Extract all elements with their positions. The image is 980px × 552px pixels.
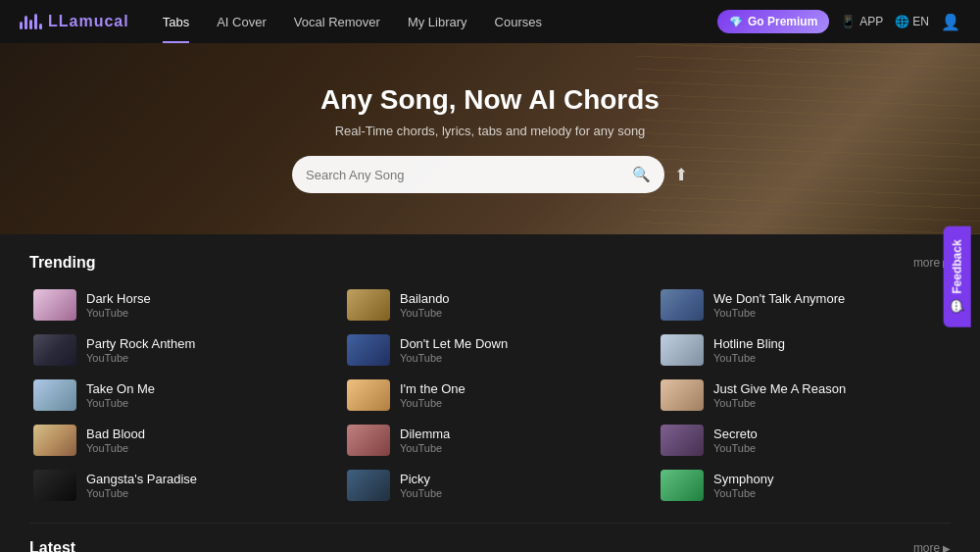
hero-title: Any Song, Now AI Chords [292, 84, 688, 116]
song-source: YouTube [713, 307, 845, 319]
song-thumbnail [661, 470, 704, 501]
song-thumbnail [661, 379, 704, 411]
song-title: We Don't Talk Anymore [713, 291, 845, 308]
phone-icon: 📱 [841, 15, 856, 28]
song-thumbnail [661, 289, 704, 321]
list-item[interactable]: Gangsta's ParadiseYouTube [29, 464, 323, 507]
song-thumbnail [347, 379, 390, 411]
feedback-button[interactable]: 💬 Feedback [943, 226, 970, 326]
list-item[interactable]: Party Rock AnthemYouTube [29, 328, 323, 372]
logo-icon [20, 14, 42, 29]
song-source: YouTube [86, 352, 195, 364]
search-icon: 🔍 [632, 166, 651, 183]
list-item[interactable]: Hotline BlingYouTube [657, 328, 951, 372]
nav-links: Tabs AI Cover Vocal Remover My Library C… [149, 0, 717, 43]
song-thumbnail [33, 334, 76, 366]
song-source: YouTube [86, 442, 145, 454]
song-source: YouTube [86, 307, 151, 319]
search-bar[interactable]: 🔍 [292, 156, 664, 193]
app-button[interactable]: 📱 APP [841, 15, 883, 28]
song-thumbnail [33, 289, 76, 321]
song-thumbnail [347, 289, 390, 321]
search-container: 🔍 ⬆ [292, 156, 688, 193]
list-item[interactable]: We Don't Talk AnymoreYouTube [657, 283, 951, 326]
song-thumbnail [33, 379, 76, 411]
nav-tab-vocal-remover[interactable]: Vocal Remover [280, 0, 394, 43]
feedback-icon: 💬 [950, 298, 963, 313]
logo-text: LLamucal [48, 13, 129, 30]
song-source: YouTube [400, 352, 508, 364]
nav-right: 💎 Go Premium 📱 APP 🌐 EN 👤 [717, 10, 960, 33]
list-item[interactable]: Dark HorseYouTube [29, 283, 323, 326]
latest-header: Latest more [29, 539, 951, 552]
song-title: Dark Horse [86, 291, 151, 308]
trending-grid: Dark HorseYouTubeBailandoYouTubeWe Don't… [29, 283, 951, 507]
list-item[interactable]: Bad BloodYouTube [29, 419, 323, 462]
nav-tab-ai-cover[interactable]: AI Cover [203, 0, 280, 43]
main-content: Trending more Dark HorseYouTubeBailandoY… [0, 234, 980, 552]
song-thumbnail [661, 425, 704, 456]
song-title: Dilemma [400, 427, 450, 443]
song-source: YouTube [400, 487, 442, 499]
song-source: YouTube [400, 307, 450, 319]
song-title: I'm the One [400, 381, 466, 398]
list-item[interactable]: Just Give Me A ReasonYouTube [657, 374, 951, 417]
song-thumbnail [33, 425, 76, 456]
song-source: YouTube [400, 442, 450, 454]
globe-icon: 🌐 [895, 15, 909, 28]
nav-tab-courses[interactable]: Courses [481, 0, 556, 43]
go-premium-button[interactable]: 💎 Go Premium [717, 10, 829, 33]
song-title: Symphony [713, 472, 773, 488]
list-item[interactable]: SecretoYouTube [657, 419, 951, 462]
user-icon[interactable]: 👤 [941, 13, 960, 31]
hero-subtitle: Real-Time chords, lyrics, tabs and melod… [292, 124, 688, 138]
nav-tab-tabs[interactable]: Tabs [149, 0, 203, 43]
song-title: Don't Let Me Down [400, 336, 508, 353]
song-title: Gangsta's Paradise [86, 472, 197, 488]
song-thumbnail [347, 334, 390, 366]
list-item[interactable]: PickyYouTube [343, 464, 637, 507]
list-item[interactable]: BailandoYouTube [343, 283, 637, 326]
song-source: YouTube [86, 487, 197, 499]
language-selector[interactable]: 🌐 EN [895, 15, 929, 28]
song-source: YouTube [400, 397, 466, 409]
song-title: Hotline Bling [713, 336, 785, 353]
song-source: YouTube [713, 352, 785, 364]
song-thumbnail [33, 470, 76, 501]
song-source: YouTube [86, 397, 155, 409]
latest-more[interactable]: more [913, 541, 951, 552]
song-title: Bad Blood [86, 427, 145, 443]
gem-icon: 💎 [729, 16, 743, 28]
upload-icon[interactable]: ⬆ [674, 165, 688, 185]
section-divider [29, 523, 951, 524]
song-title: Bailando [400, 291, 450, 308]
latest-title: Latest [29, 539, 75, 552]
search-input[interactable] [306, 168, 632, 182]
song-title: Party Rock Anthem [86, 336, 195, 353]
song-title: Picky [400, 472, 442, 488]
list-item[interactable]: DilemmaYouTube [343, 419, 637, 462]
list-item[interactable]: Take On MeYouTube [29, 374, 323, 417]
logo[interactable]: LLamucal [20, 13, 129, 30]
hero-section: Any Song, Now AI Chords Real-Time chords… [0, 43, 980, 234]
navbar: LLamucal Tabs AI Cover Vocal Remover My … [0, 0, 980, 43]
song-title: Just Give Me A Reason [713, 381, 846, 398]
list-item[interactable]: SymphonyYouTube [657, 464, 951, 507]
nav-tab-my-library[interactable]: My Library [394, 0, 481, 43]
song-title: Secreto [713, 427, 758, 443]
song-source: YouTube [713, 442, 758, 454]
song-title: Take On Me [86, 381, 155, 398]
song-source: YouTube [713, 487, 773, 499]
hero-content: Any Song, Now AI Chords Real-Time chords… [292, 84, 688, 193]
trending-header: Trending more [29, 254, 951, 272]
list-item[interactable]: Don't Let Me DownYouTube [343, 328, 637, 372]
song-thumbnail [347, 470, 390, 501]
list-item[interactable]: I'm the OneYouTube [343, 374, 637, 417]
trending-title: Trending [29, 254, 96, 272]
song-thumbnail [661, 334, 704, 366]
song-thumbnail [347, 425, 390, 456]
song-source: YouTube [713, 397, 846, 409]
